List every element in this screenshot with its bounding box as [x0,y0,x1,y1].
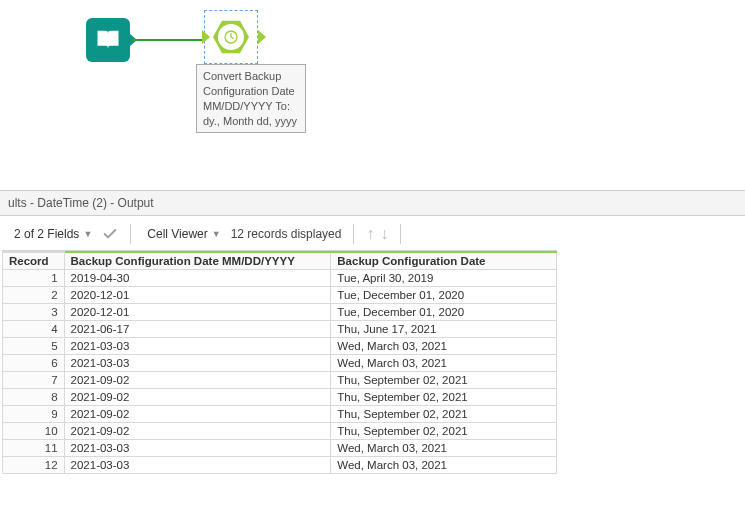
record-number-cell[interactable]: 4 [3,321,65,338]
date-formatted-cell[interactable]: Wed, March 03, 2021 [331,440,557,457]
check-icon[interactable] [102,226,118,242]
book-open-icon [94,26,122,54]
date-formatted-cell[interactable]: Thu, September 02, 2021 [331,423,557,440]
hex-icon [213,19,249,55]
node-annotation[interactable]: Convert Backup Configuration Date MM/DD/… [196,64,306,133]
table-row[interactable]: 22020-12-01Tue, December 01, 2020 [3,287,557,304]
record-number-cell[interactable]: 3 [3,304,65,321]
output-anchor-icon[interactable] [258,30,266,44]
record-number-cell[interactable]: 5 [3,338,65,355]
date-raw-cell[interactable]: 2021-03-03 [64,355,331,372]
cell-viewer-label: Cell Viewer [147,227,207,241]
table-row[interactable]: 42021-06-17Thu, June 17, 2021 [3,321,557,338]
table-row[interactable]: 102021-09-02Thu, September 02, 2021 [3,423,557,440]
date-formatted-cell[interactable]: Tue, December 01, 2020 [331,287,557,304]
fields-label: 2 of 2 Fields [14,227,79,241]
record-number-cell[interactable]: 1 [3,270,65,287]
date-raw-cell[interactable]: 2021-09-02 [64,389,331,406]
separator [353,224,354,244]
date-raw-cell[interactable]: 2021-06-17 [64,321,331,338]
column-header-date-raw[interactable]: Backup Configuration Date MM/DD/YYYY [64,252,331,270]
record-number-cell[interactable]: 7 [3,372,65,389]
arrow-up-icon[interactable]: ↑ [366,226,374,242]
results-panel-title: ults - DateTime (2) - Output [0,190,745,216]
table-header-row: Record Backup Configuration Date MM/DD/Y… [3,252,557,270]
results-grid[interactable]: Record Backup Configuration Date MM/DD/Y… [2,250,557,474]
table-row[interactable]: 52021-03-03Wed, March 03, 2021 [3,338,557,355]
record-number-cell[interactable]: 8 [3,389,65,406]
record-number-cell[interactable]: 11 [3,440,65,457]
date-raw-cell[interactable]: 2021-09-02 [64,423,331,440]
column-header-date-formatted[interactable]: Backup Configuration Date [331,252,557,270]
workflow-canvas[interactable]: Convert Backup Configuration Date MM/DD/… [0,0,745,190]
table-row[interactable]: 62021-03-03Wed, March 03, 2021 [3,355,557,372]
table-row[interactable]: 72021-09-02Thu, September 02, 2021 [3,372,557,389]
input-anchor-icon[interactable] [202,30,210,44]
fields-dropdown[interactable]: 2 of 2 Fields ▼ [10,225,96,243]
date-raw-cell[interactable]: 2020-12-01 [64,287,331,304]
date-formatted-cell[interactable]: Thu, June 17, 2021 [331,321,557,338]
record-number-cell[interactable]: 9 [3,406,65,423]
results-toolbar: 2 of 2 Fields ▼ Cell Viewer ▼ 12 records… [0,216,745,250]
cell-viewer-dropdown[interactable]: Cell Viewer ▼ [143,225,224,243]
datetime-tool-selection[interactable] [204,10,258,64]
separator [130,224,131,244]
date-formatted-cell[interactable]: Tue, December 01, 2020 [331,304,557,321]
date-formatted-cell[interactable]: Wed, March 03, 2021 [331,338,557,355]
clock-icon [223,29,239,45]
date-formatted-cell[interactable]: Wed, March 03, 2021 [331,457,557,474]
record-number-cell[interactable]: 12 [3,457,65,474]
date-raw-cell[interactable]: 2021-09-02 [64,406,331,423]
date-raw-cell[interactable]: 2019-04-30 [64,270,331,287]
chevron-down-icon: ▼ [83,229,92,239]
connection-line[interactable] [131,39,204,41]
record-number-cell[interactable]: 10 [3,423,65,440]
table-row[interactable]: 32020-12-01Tue, December 01, 2020 [3,304,557,321]
datetime-tool-node[interactable] [209,15,253,59]
date-raw-cell[interactable]: 2021-03-03 [64,440,331,457]
table-row[interactable]: 112021-03-03Wed, March 03, 2021 [3,440,557,457]
input-tool-node[interactable] [86,18,130,62]
date-raw-cell[interactable]: 2020-12-01 [64,304,331,321]
date-raw-cell[interactable]: 2021-03-03 [64,338,331,355]
table-row[interactable]: 82021-09-02Thu, September 02, 2021 [3,389,557,406]
date-formatted-cell[interactable]: Thu, September 02, 2021 [331,406,557,423]
separator [400,224,401,244]
arrow-down-icon[interactable]: ↓ [380,226,388,242]
column-header-record[interactable]: Record [3,252,65,270]
date-raw-cell[interactable]: 2021-03-03 [64,457,331,474]
date-raw-cell[interactable]: 2021-09-02 [64,372,331,389]
date-formatted-cell[interactable]: Thu, September 02, 2021 [331,389,557,406]
table-row[interactable]: 12019-04-30Tue, April 30, 2019 [3,270,557,287]
records-count-label: 12 records displayed [231,227,342,241]
table-row[interactable]: 122021-03-03Wed, March 03, 2021 [3,457,557,474]
date-formatted-cell[interactable]: Thu, September 02, 2021 [331,372,557,389]
chevron-down-icon: ▼ [212,229,221,239]
date-formatted-cell[interactable]: Tue, April 30, 2019 [331,270,557,287]
record-number-cell[interactable]: 2 [3,287,65,304]
table-row[interactable]: 92021-09-02Thu, September 02, 2021 [3,406,557,423]
record-number-cell[interactable]: 6 [3,355,65,372]
date-formatted-cell[interactable]: Wed, March 03, 2021 [331,355,557,372]
